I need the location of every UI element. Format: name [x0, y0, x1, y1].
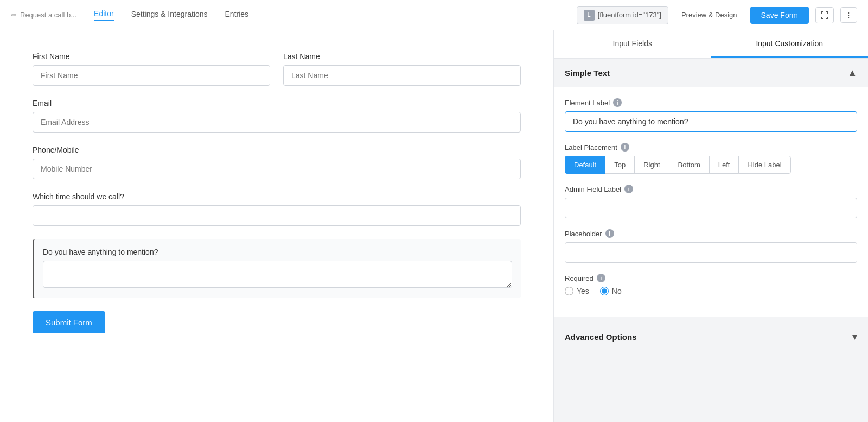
more-options-button[interactable]: ⋮	[840, 7, 857, 23]
shortcode-text: [fluentform id="173"]	[598, 11, 661, 19]
label-placement-group: Label Placement i Default Top Right Bott…	[565, 143, 857, 174]
right-panel: Input Fields Input Customization Simple …	[553, 30, 868, 422]
nav-left: ✏ Request a call b... Editor Settings & …	[11, 9, 248, 21]
collapse-icon: ▲	[847, 67, 857, 79]
admin-field-label-info-icon: i	[624, 185, 633, 193]
placement-hide-label[interactable]: Hide Label	[738, 156, 790, 174]
simple-text-header[interactable]: Simple Text ▲	[554, 59, 868, 87]
email-field: Email	[33, 99, 521, 133]
panel-tabs: Input Fields Input Customization	[554, 30, 868, 59]
element-label-info-icon: i	[613, 98, 622, 107]
tab-input-customization[interactable]: Input Customization	[711, 30, 869, 58]
phone-field: Phone/Mobile	[33, 146, 521, 179]
email-input[interactable]	[33, 112, 521, 133]
placeholder-group: Placeholder i	[565, 229, 857, 263]
first-name-field: First Name	[33, 52, 270, 86]
panel-content: Simple Text ▲ Element Label i	[554, 59, 868, 422]
placeholder-input[interactable]	[565, 242, 857, 263]
fullscreen-icon	[820, 11, 829, 20]
advanced-options-section: Advanced Options ▾	[554, 322, 868, 351]
placement-top[interactable]: Top	[605, 156, 635, 174]
nav-right: L [fluentform id="173"] Preview & Design…	[577, 6, 857, 24]
required-group: Required i Yes No	[565, 274, 857, 295]
placement-buttons: Default Top Right Bottom Left Hide Label	[565, 156, 857, 174]
placeholder-info-icon: i	[605, 229, 614, 238]
first-name-input[interactable]	[33, 65, 270, 86]
placeholder-heading: Placeholder i	[565, 229, 857, 238]
required-radio-group: Yes No	[565, 287, 857, 295]
email-row: Email	[33, 99, 521, 133]
simple-text-section: Simple Text ▲ Element Label i	[554, 59, 868, 317]
call-time-input[interactable]	[33, 205, 521, 226]
placement-left[interactable]: Left	[709, 156, 739, 174]
admin-field-label-input[interactable]	[565, 198, 857, 218]
required-yes-radio[interactable]	[565, 287, 573, 295]
last-name-input[interactable]	[283, 65, 521, 86]
placement-right[interactable]: Right	[634, 156, 669, 174]
breadcrumb-text: Request a call b...	[20, 11, 76, 19]
shortcode-button[interactable]: L [fluentform id="173"]	[577, 6, 668, 24]
label-placement-heading: Label Placement i	[565, 143, 857, 152]
last-name-label: Last Name	[283, 52, 521, 61]
mention-textarea[interactable]	[43, 261, 512, 288]
breadcrumb[interactable]: ✏ Request a call b...	[11, 11, 76, 19]
first-name-label: First Name	[33, 52, 270, 61]
more-dots-icon: ⋮	[845, 11, 852, 19]
advanced-options-header[interactable]: Advanced Options ▾	[554, 322, 868, 351]
tab-settings[interactable]: Settings & Integrations	[131, 10, 208, 21]
required-yes-label[interactable]: Yes	[565, 287, 589, 295]
element-label-heading: Element Label i	[565, 98, 857, 107]
top-nav: ✏ Request a call b... Editor Settings & …	[0, 0, 868, 30]
phone-row: Phone/Mobile	[33, 146, 521, 179]
simple-text-title: Simple Text	[565, 68, 610, 78]
placement-bottom[interactable]: Bottom	[669, 156, 710, 174]
tab-input-fields[interactable]: Input Fields	[554, 30, 711, 58]
call-time-label: Which time should we call?	[33, 192, 521, 201]
edit-icon: ✏	[11, 11, 17, 19]
shortcode-icon: L	[584, 10, 595, 21]
label-placement-info-icon: i	[621, 143, 629, 152]
admin-field-label-group: Admin Field Label i	[565, 185, 857, 218]
required-heading: Required i	[565, 274, 857, 282]
placement-default[interactable]: Default	[565, 156, 605, 174]
submit-form-button[interactable]: Submit Form	[33, 311, 105, 333]
required-no-radio[interactable]	[600, 287, 609, 295]
tab-entries[interactable]: Entries	[225, 10, 249, 21]
required-no-label[interactable]: No	[600, 287, 622, 295]
element-label-input[interactable]	[565, 111, 857, 132]
call-time-field: Which time should we call?	[33, 192, 521, 226]
simple-text-body: Element Label i Label Placement i Defaul…	[554, 87, 868, 317]
name-row: First Name Last Name	[33, 52, 521, 86]
tab-editor[interactable]: Editor	[94, 9, 114, 21]
element-label-group: Element Label i	[565, 98, 857, 132]
phone-label: Phone/Mobile	[33, 146, 521, 154]
phone-input[interactable]	[33, 159, 521, 179]
advanced-options-title: Advanced Options	[565, 332, 637, 342]
admin-field-label-heading: Admin Field Label i	[565, 185, 857, 193]
last-name-field: Last Name	[283, 52, 521, 86]
advanced-chevron-icon: ▾	[852, 331, 857, 343]
fullscreen-button[interactable]	[815, 7, 834, 23]
call-time-row: Which time should we call?	[33, 192, 521, 226]
main-layout: First Name Last Name Email Phone/Mobile	[0, 30, 868, 422]
mention-field-wrapper: Do you have anything to mention?	[33, 239, 521, 298]
save-form-button[interactable]: Save Form	[750, 7, 809, 24]
email-label: Email	[33, 99, 521, 108]
form-area: First Name Last Name Email Phone/Mobile	[0, 30, 553, 422]
preview-design-button[interactable]: Preview & Design	[675, 8, 744, 22]
mention-label: Do you have anything to mention?	[43, 248, 512, 256]
required-info-icon: i	[597, 274, 605, 282]
